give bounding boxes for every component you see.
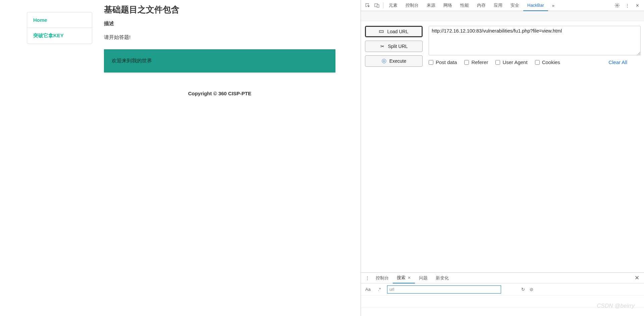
cookies-checkbox[interactable]: Cookies <box>535 59 560 65</box>
scissors-icon: ✂ <box>380 44 385 49</box>
execute-label: Execute <box>389 58 407 64</box>
referer-checkbox[interactable]: Referer <box>464 59 488 65</box>
subheading: 描述 <box>104 20 335 27</box>
more-vertical-icon[interactable]: ⋮ <box>623 1 632 10</box>
drawer-tab-issues[interactable]: 问题 <box>415 273 432 283</box>
devtools-panel: 元素 控制台 来源 网络 性能 内存 应用 安全 HackBar » ⋮ ✕ <box>361 0 644 316</box>
tab-security[interactable]: 安全 <box>506 0 523 11</box>
hackbar-panel: Load URL ✂ Split URL Execute Post data R… <box>361 21 644 70</box>
inspect-icon[interactable] <box>363 1 372 10</box>
hackbar-checkboxes: Post data Referer User Agent Cookies Cle… <box>429 59 641 65</box>
post-data-checkbox[interactable]: Post data <box>429 59 457 65</box>
drawer-tab-console[interactable]: 控制台 <box>372 273 393 283</box>
drawer-tabs: ⋮ 控制台 搜索 ✕ 问题 新变化 ✕ <box>361 273 644 283</box>
load-url-button[interactable]: Load URL <box>365 26 423 37</box>
sidebar-item-home[interactable]: Home <box>27 12 92 28</box>
filter-bar <box>361 11 644 21</box>
drawer-more-icon[interactable]: ⋮ <box>363 275 372 280</box>
split-url-button[interactable]: ✂ Split URL <box>365 41 423 52</box>
load-url-label: Load URL <box>387 29 408 34</box>
devtools-close-icon[interactable]: ✕ <box>633 1 642 10</box>
tab-network[interactable]: 网络 <box>439 0 456 11</box>
user-agent-checkbox[interactable]: User Agent <box>495 59 527 65</box>
drawer-console-row <box>361 308 644 316</box>
tab-memory[interactable]: 内存 <box>473 0 490 11</box>
drawer-tab-search[interactable]: 搜索 ✕ <box>393 273 415 283</box>
sidebar-item-key[interactable]: 突破它拿KEY <box>27 28 92 44</box>
devtools-drawer: ⋮ 控制台 搜索 ✕ 问题 新变化 ✕ Aa .* ↻ ⊘ <box>361 272 644 316</box>
devtools-header: 元素 控制台 来源 网络 性能 内存 应用 安全 HackBar » ⋮ ✕ <box>361 0 644 11</box>
devtools-tabs: 元素 控制台 来源 网络 性能 内存 应用 安全 HackBar » <box>385 0 612 11</box>
footer-copyright: Copyright © 360 CISP-PTE <box>104 91 335 96</box>
search-input[interactable] <box>387 285 501 294</box>
tab-performance[interactable]: 性能 <box>456 0 473 11</box>
search-row: Aa .* ↻ ⊘ <box>361 283 644 296</box>
clear-all-link[interactable]: Clear All <box>608 59 627 65</box>
prompt-text: 请开始答题! <box>104 34 335 41</box>
tab-elements[interactable]: 元素 <box>385 0 401 11</box>
highlight-banner: 欢迎来到我的世界 <box>104 49 335 72</box>
play-icon <box>381 58 387 64</box>
tab-sources[interactable]: 来源 <box>423 0 439 11</box>
hackbar-right: Post data Referer User Agent Cookies Cle… <box>429 26 641 67</box>
clear-icon[interactable]: ⊘ <box>530 287 533 292</box>
drawer-close-icon[interactable]: ✕ <box>632 274 642 281</box>
drawer-tab-whatsnew[interactable]: 新变化 <box>432 273 453 283</box>
svg-point-2 <box>616 5 618 6</box>
tab-console[interactable]: 控制台 <box>401 0 423 11</box>
drawer-tab-close-icon[interactable]: ✕ <box>408 275 411 280</box>
hackbar-buttons: Load URL ✂ Split URL Execute <box>365 26 423 67</box>
refresh-icon[interactable]: ↻ <box>521 287 525 292</box>
settings-gear-icon[interactable] <box>612 1 622 10</box>
url-textarea[interactable] <box>429 26 641 55</box>
load-url-icon <box>379 29 384 34</box>
search-results-area <box>361 296 644 308</box>
split-url-label: Split URL <box>388 44 408 49</box>
svg-rect-1 <box>377 5 379 7</box>
svg-rect-4 <box>380 31 383 32</box>
main-content: 基础题目之文件包含 描述 请开始答题! 欢迎来到我的世界 <box>104 4 335 72</box>
sidebar-nav: Home 突破它拿KEY <box>27 12 92 44</box>
page-title: 基础题目之文件包含 <box>104 4 335 15</box>
tab-hackbar[interactable]: HackBar <box>523 0 548 11</box>
regex-toggle[interactable]: .* <box>376 287 383 292</box>
execute-button[interactable]: Execute <box>365 55 423 67</box>
tab-application[interactable]: 应用 <box>490 0 506 11</box>
case-sensitive-toggle[interactable]: Aa <box>364 287 372 292</box>
tabs-overflow-icon[interactable]: » <box>548 0 558 11</box>
device-toggle-icon[interactable] <box>372 1 382 10</box>
webpage-content: Home 突破它拿KEY 基础题目之文件包含 描述 请开始答题! 欢迎来到我的世… <box>0 0 361 316</box>
